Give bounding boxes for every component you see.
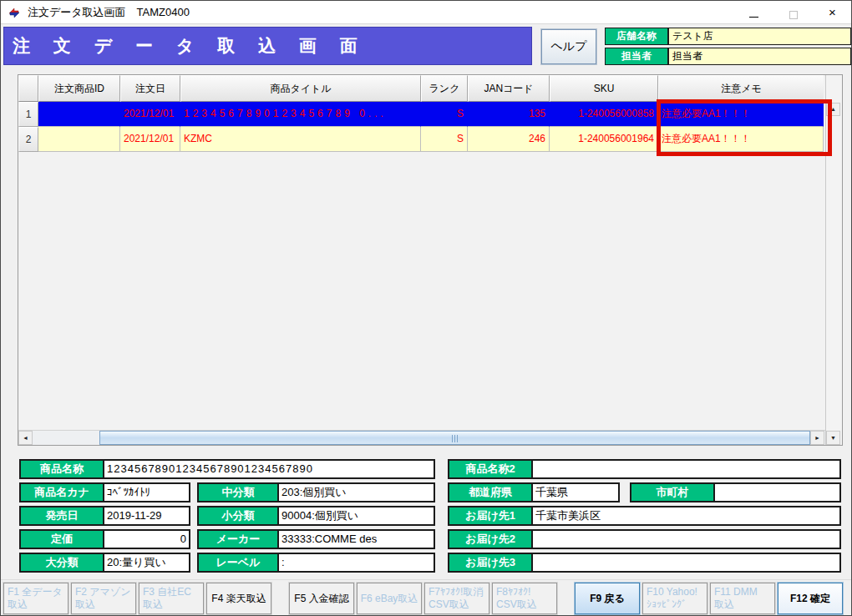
- cell-order-id: [38, 102, 120, 127]
- small-category-label: 小分類: [199, 507, 279, 524]
- address3-group: お届け先3: [448, 553, 841, 573]
- maximize-button[interactable]: [774, 1, 812, 24]
- product-name-group: 商品名称 123456789012345678901234567890: [19, 459, 435, 479]
- thumb-grip-icon: [452, 435, 459, 442]
- big-category-field[interactable]: 20:量り買い: [104, 554, 189, 571]
- cell-jan: 135: [468, 102, 550, 127]
- col-header-memo[interactable]: 注意メモ: [658, 75, 824, 102]
- grid-row-1[interactable]: 1 2021/12/01 1234567890123456789 0... S …: [18, 102, 824, 127]
- list-price-group: 定価 0: [19, 529, 190, 549]
- fkey-f8-yafuoku-csv[interactable]: F8ﾔﾌｵｸ!CSV取込: [492, 583, 557, 614]
- app-window: 注文データ取込画面 TAMZ0400 × 注 文 デ ー タ 取 込 画 面 ヘ…: [0, 0, 852, 616]
- page-title: 注 文 デ ー タ 取 込 画 面: [3, 27, 532, 65]
- address2-field[interactable]: [533, 531, 839, 548]
- big-category-label: 大分類: [21, 554, 104, 571]
- address1-field[interactable]: 千葉市美浜区: [533, 507, 839, 524]
- cell-memo: 注意必要AA1！！！: [658, 102, 824, 127]
- grid-corner-cell: [18, 75, 38, 102]
- address3-label: お届け先3: [449, 554, 533, 571]
- small-category-group: 小分類 90004:個別買い: [197, 506, 435, 526]
- store-name-field[interactable]: テスト店: [668, 28, 851, 45]
- close-button[interactable]: ×: [814, 1, 851, 24]
- scroll-up-icon[interactable]: ▲: [826, 103, 840, 116]
- prefecture-label: 都道府県: [449, 484, 533, 501]
- cell-sku: 1-240056001964: [550, 127, 658, 152]
- product-name2-field[interactable]: [533, 461, 839, 477]
- col-header-rank[interactable]: ランク: [421, 75, 468, 102]
- list-price-field[interactable]: 0: [104, 531, 189, 548]
- fkey-f5-payment-check[interactable]: F5 入金確認: [289, 583, 354, 614]
- row-number: 2: [18, 127, 38, 152]
- release-date-field[interactable]: 2019-11-29: [104, 507, 189, 524]
- col-header-order-date[interactable]: 注文日: [120, 75, 180, 102]
- address2-label: お届け先2: [449, 531, 533, 548]
- product-kana-label: 商品名カナ: [21, 484, 104, 501]
- minimize-icon: [749, 17, 758, 18]
- cell-memo: 注意必要AA1！！！: [658, 127, 824, 152]
- title-bar: 注文データ取込画面 TAMZ0400 ×: [1, 1, 851, 24]
- mid-category-field[interactable]: 203:個別買い: [279, 484, 434, 501]
- mid-category-label: 中分類: [199, 484, 279, 501]
- grid-row-2[interactable]: 2 2021/12/01 KZMC S 246 1-240056001964 注…: [18, 127, 824, 152]
- product-name-field[interactable]: 123456789012345678901234567890: [104, 461, 434, 477]
- app-icon: [8, 6, 21, 19]
- fkey-f9-back[interactable]: F9 戻る: [575, 583, 640, 614]
- help-button[interactable]: ヘルプ: [541, 29, 596, 64]
- cell-sku: 1-240056000858: [550, 102, 658, 127]
- fkey-f2-amazon-import[interactable]: F2 アマゾン取込: [71, 583, 136, 614]
- cell-jan: 246: [468, 127, 550, 152]
- row-number: 1: [18, 102, 38, 127]
- cell-order-date: 2021/12/01: [120, 127, 180, 152]
- big-category-group: 大分類 20:量り買い: [19, 553, 190, 573]
- maximize-icon: [789, 11, 798, 19]
- small-category-field[interactable]: 90004:個別買い: [279, 507, 434, 524]
- col-header-title[interactable]: 商品タイトル: [180, 75, 421, 102]
- fkey-f12-confirm[interactable]: F12 確定: [778, 583, 843, 614]
- maker-field[interactable]: 33333:COMME des: [279, 531, 434, 548]
- city-label: 市町村: [631, 484, 715, 501]
- window-title: 注文データ取込画面 TAMZ0400: [28, 1, 190, 24]
- col-header-order-id[interactable]: 注文商品ID: [38, 75, 120, 102]
- horizontal-scrollbar[interactable]: ◄ ►: [18, 430, 825, 445]
- product-name2-label: 商品名称2: [449, 461, 533, 477]
- address3-field[interactable]: [533, 554, 839, 571]
- minimize-button[interactable]: [735, 1, 773, 24]
- prefecture-group: 都道府県 千葉県: [448, 482, 620, 502]
- label-field[interactable]: :: [279, 554, 434, 571]
- cell-rank: S: [421, 102, 468, 127]
- maker-group: メーカー 33333:COMME des: [197, 529, 435, 549]
- scroll-right-icon[interactable]: ►: [810, 431, 824, 445]
- col-header-sku[interactable]: SKU: [550, 75, 658, 102]
- fkey-f10-yahoo-shopping[interactable]: F10 Yahoo!ｼｮｯﾋﾟﾝｸﾞ: [642, 583, 707, 614]
- mid-category-group: 中分類 203:個別買い: [197, 482, 435, 502]
- city-field[interactable]: [715, 484, 839, 501]
- prefecture-field[interactable]: 千葉県: [533, 484, 618, 501]
- cell-order-date: 2021/12/01: [120, 102, 180, 127]
- scroll-down-icon[interactable]: ▼: [826, 431, 840, 445]
- person-field[interactable]: 担当者: [668, 48, 851, 65]
- release-date-group: 発売日 2019-11-29: [19, 506, 190, 526]
- fkey-f3-ec-import[interactable]: F3 自社EC取込: [139, 583, 204, 614]
- product-kana-field[interactable]: ｺﾍﾞﾂｶｲﾄﾘ: [104, 484, 189, 501]
- fkey-f11-dmm-import[interactable]: F11 DMM取込: [710, 583, 775, 614]
- fkey-f4-rakuten-import[interactable]: F4 楽天取込: [206, 583, 271, 614]
- maker-label: メーカー: [199, 531, 279, 548]
- horizontal-scroll-thumb[interactable]: [99, 431, 810, 445]
- col-header-jan[interactable]: JANコード: [468, 75, 550, 102]
- fkey-f6-ebay-import[interactable]: F6 eBay取込: [357, 583, 422, 614]
- person-label: 担当者: [605, 48, 668, 65]
- fkey-f1-all-import[interactable]: F1 全データ取込: [3, 583, 68, 614]
- cell-title: 1234567890123456789 0...: [180, 102, 421, 127]
- address1-label: お届け先1: [449, 507, 533, 524]
- label-group: レーベル :: [197, 553, 435, 573]
- scroll-left-icon[interactable]: ◄: [18, 431, 33, 445]
- city-group: 市町村: [630, 482, 841, 502]
- fkey-f7-yafuoku-cancel-csv[interactable]: F7ﾔﾌｵｸ!取消CSV取込: [424, 583, 489, 614]
- grid-header-row: 注文商品ID 注文日 商品タイトル ランク JANコード SKU 注意メモ: [18, 75, 824, 102]
- list-price-label: 定価: [21, 531, 104, 548]
- product-name2-group: 商品名称2: [448, 459, 841, 479]
- release-date-label: 発売日: [21, 507, 104, 524]
- store-name-label: 店舗名称: [605, 28, 668, 45]
- vertical-scrollbar[interactable]: ▲ ▼: [825, 75, 840, 445]
- cell-rank: S: [421, 127, 468, 152]
